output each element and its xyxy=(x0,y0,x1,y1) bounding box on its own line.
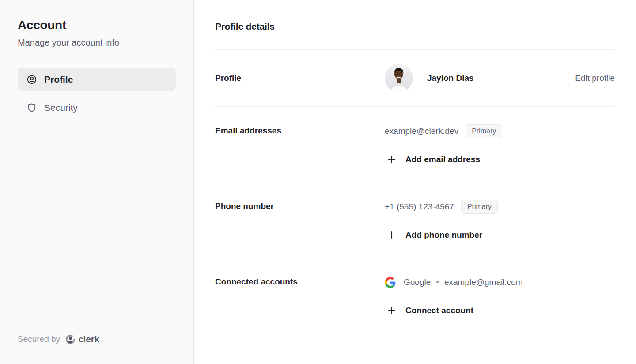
profile-row-label: Profile xyxy=(215,73,385,83)
clerk-brand-text: clerk xyxy=(78,334,99,345)
add-email-label: Add email address xyxy=(405,155,480,164)
add-phone-button[interactable]: Add phone number xyxy=(385,228,615,243)
sidebar-item-security[interactable]: Security xyxy=(18,96,176,119)
connected-email-value: example@gmail.com xyxy=(444,277,523,287)
secured-by-clerk: Secured by clerk xyxy=(18,334,99,345)
secured-by-text: Secured by xyxy=(18,334,60,344)
email-addresses-row: Email addresses example@clerk.dev Primar… xyxy=(215,106,615,182)
plus-icon xyxy=(387,306,397,315)
plus-icon xyxy=(387,155,397,164)
sidebar-item-label: Security xyxy=(44,102,78,113)
shield-icon xyxy=(26,102,37,113)
sidebar-item-profile[interactable]: Profile xyxy=(18,68,176,91)
bullet-separator: • xyxy=(436,277,439,287)
page-title: Profile details xyxy=(215,20,615,33)
sidebar-subtitle: Manage your account info xyxy=(18,37,176,48)
connected-row-label: Connected accounts xyxy=(215,275,385,318)
sidebar-item-label: Profile xyxy=(44,74,73,85)
phone-row-label: Phone number xyxy=(215,199,385,243)
phone-number-row: Phone number +1 (555) 123-4567 Primary A… xyxy=(215,182,615,258)
email-row-label: Email addresses xyxy=(215,124,385,167)
main-content: Profile details Profile xyxy=(194,0,636,364)
profile-row: Profile xyxy=(215,49,615,106)
add-phone-label: Add phone number xyxy=(405,230,482,240)
google-icon xyxy=(385,277,396,288)
sidebar-nav: Profile Security xyxy=(18,68,176,119)
edit-profile-button[interactable]: Edit profile xyxy=(575,73,615,83)
connect-account-label: Connect account xyxy=(405,306,473,315)
primary-badge: Primary xyxy=(461,200,498,214)
clerk-brand: clerk xyxy=(65,334,99,345)
provider-name: Google xyxy=(404,277,431,287)
connect-account-button[interactable]: Connect account xyxy=(385,303,615,318)
phone-value: +1 (555) 123-4567 xyxy=(385,202,454,212)
sidebar: Account Manage your account info Profile… xyxy=(0,0,194,364)
clerk-logo-icon xyxy=(65,334,76,345)
user-avatar xyxy=(385,64,413,92)
primary-badge: Primary xyxy=(466,124,502,138)
sidebar-title: Account xyxy=(18,18,176,33)
connected-accounts-row: Connected accounts Google • example@gmai… xyxy=(215,258,615,333)
add-email-button[interactable]: Add email address xyxy=(385,152,615,167)
plus-icon xyxy=(387,230,397,240)
email-value: example@clerk.dev xyxy=(385,126,458,136)
user-name: Jaylon Dias xyxy=(427,73,474,83)
user-circle-icon xyxy=(26,74,37,85)
